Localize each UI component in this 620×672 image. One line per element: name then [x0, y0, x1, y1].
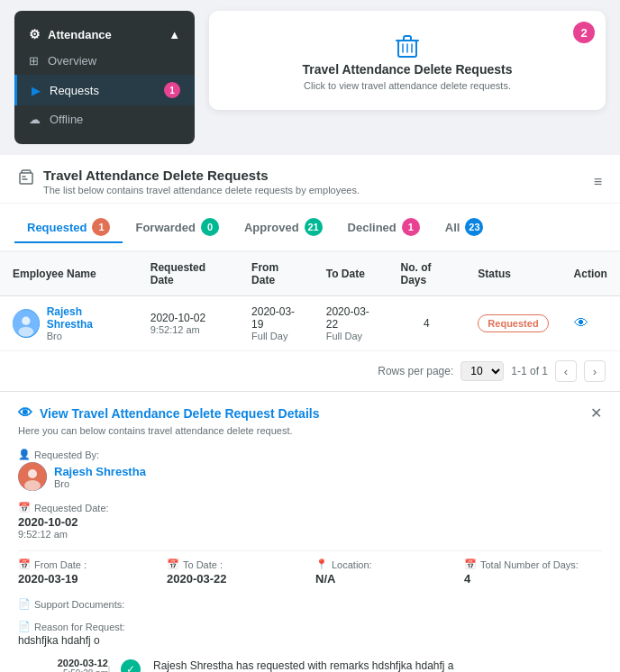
- to-date-label: 📅 To Date :: [167, 558, 305, 570]
- page-header: Travel Attendance Delete Requests The li…: [0, 155, 620, 204]
- col-from-date: From Date: [239, 252, 314, 296]
- requested-by-section: 👤 Requested By: Rajesh Shrestha Bro: [18, 449, 602, 491]
- close-button[interactable]: ✕: [590, 404, 602, 422]
- tab-badge-forwarded: 0: [201, 218, 219, 236]
- eye-icon: 👁: [18, 405, 32, 422]
- cal-icon2: 📅: [167, 558, 179, 570]
- tab-label: Forwarded: [135, 221, 195, 234]
- person-icon: 👤: [18, 449, 31, 460]
- nav-menu: ⚙ Attendance ▲ ⊞ Overview ▶ Requests 1 ☁…: [14, 11, 195, 144]
- trash-icon: [391, 30, 424, 62]
- attendance-icon: ⚙: [29, 27, 41, 41]
- calendar-icon2: 📅: [464, 558, 477, 570]
- cloud-icon: ☁: [29, 113, 41, 126]
- tab-forwarded[interactable]: Forwarded 0: [123, 213, 231, 243]
- widget-badge: 2: [573, 22, 595, 43]
- requests-badge: 1: [164, 82, 180, 98]
- from-date-label: 📅 From Date :: [18, 558, 156, 570]
- main-content: Travel Attendance Delete Requests The li…: [0, 155, 620, 672]
- support-docs-section: 📄 Support Documents:: [18, 598, 602, 610]
- support-label: 📄 Support Documents:: [18, 598, 602, 610]
- requester-name: Rajesh Shrestha: [54, 465, 146, 478]
- tab-label: Declined: [348, 221, 397, 234]
- from-date-value: 2020-03-19: [18, 572, 156, 586]
- employee-role: Bro: [47, 331, 125, 341]
- calendar-icon: 📅: [18, 502, 31, 513]
- req-date-value: 2020-10-02: [18, 515, 602, 529]
- arrow-icon: ▶: [32, 84, 41, 97]
- status-badge: Requested: [478, 314, 548, 332]
- rows-per-page-select[interactable]: 10 25 50: [460, 361, 504, 381]
- detail-panel: 👁 View Travel Attendance Delete Request …: [0, 391, 620, 672]
- rows-per-page-label: Rows per page:: [378, 365, 453, 377]
- col-action: Action: [561, 252, 620, 296]
- tab-all[interactable]: All 23: [433, 213, 497, 243]
- sidebar-item-label: Overview: [48, 54, 96, 68]
- location-section: 📍 Location: N/A: [315, 558, 453, 586]
- timeline-date-1: 2020-03-12: [27, 658, 108, 668]
- detail-title-text: View Travel Attendance Delete Request De…: [40, 406, 319, 421]
- total-days-label: 📅 Total Number of Days:: [464, 558, 602, 570]
- pagination-bar: Rows per page: 10 25 50 1-1 of 1 ‹ ›: [0, 351, 620, 391]
- avatar: [13, 309, 40, 338]
- sidebar-item-label: Requests: [50, 84, 99, 97]
- tab-declined[interactable]: Declined 1: [335, 213, 433, 243]
- prev-page-button[interactable]: ‹: [555, 360, 577, 382]
- col-status: Status: [465, 252, 561, 296]
- col-to-date: To Date: [314, 252, 388, 296]
- sidebar-item-label: Offline: [50, 113, 83, 126]
- timeline-text-1: Rajesh Shrestha has requested with remar…: [153, 658, 602, 672]
- col-employee: Employee Name: [0, 252, 138, 296]
- nav-menu-title: Attendance: [48, 28, 112, 41]
- requested-date-section: 📅 Requested Date: 2020-10-02 9:52:12 am: [18, 502, 602, 540]
- sidebar-item-overview[interactable]: ⊞ Overview: [14, 47, 195, 75]
- tab-requested[interactable]: Requested 1: [14, 213, 123, 243]
- doc-icon: 📄: [18, 598, 31, 610]
- svg-point-3: [22, 317, 30, 325]
- timeline-dot-1: ✓: [121, 659, 141, 672]
- days-value: 4: [424, 317, 430, 330]
- detail-subtitle: Here you can below contains travel atten…: [18, 425, 602, 436]
- from-type: Full Day: [251, 331, 301, 341]
- widget-card[interactable]: 2 Travel Attendance Delete Requests Clic…: [209, 11, 606, 110]
- employee-name: Rajesh Shrestha: [47, 305, 125, 331]
- to-date-value: 2020-03-22: [167, 572, 305, 586]
- to-date-section: 📅 To Date : 2020-03-22: [167, 558, 305, 586]
- svg-point-4: [18, 327, 33, 337]
- reason-value: hdshfjka hdahfj o: [18, 634, 602, 647]
- to-type: Full Day: [326, 331, 376, 341]
- location-label: 📍 Location:: [315, 558, 453, 570]
- requester-avatar: [18, 462, 47, 491]
- tab-approved[interactable]: Approved 21: [232, 213, 335, 243]
- sidebar-item-offline[interactable]: ☁ Offline: [14, 105, 195, 133]
- page-subtitle: The list below contains travel attendanc…: [43, 185, 360, 195]
- requester-role: Bro: [54, 478, 146, 489]
- total-days-section: 📅 Total Number of Days: 4: [464, 558, 602, 586]
- reason-icon: 📄: [18, 621, 31, 632]
- col-requested-date: Requested Date: [138, 252, 239, 296]
- chevron-up-icon: ▲: [169, 28, 180, 41]
- detail-grid: 📅 From Date : 2020-03-19 📅 To Date : 202…: [18, 558, 602, 586]
- requested-by-label: 👤 Requested By:: [18, 449, 602, 460]
- requested-date: 2020-10-02: [150, 312, 226, 324]
- pin-icon: 📍: [315, 558, 328, 570]
- page-header-icon: [18, 169, 34, 190]
- svg-point-7: [24, 480, 41, 491]
- days-cell: 4: [388, 296, 465, 351]
- cal-icon: 📅: [18, 558, 31, 570]
- tab-label: Approved: [244, 221, 299, 234]
- req-date-label: 📅 Requested Date:: [18, 502, 602, 513]
- tab-badge-all: 23: [465, 218, 483, 236]
- filter-icon[interactable]: ≡: [594, 174, 602, 190]
- next-page-button[interactable]: ›: [584, 360, 606, 382]
- tab-badge-approved: 21: [305, 218, 323, 236]
- tabs-bar: Requested 1 Forwarded 0 Approved 21 Decl…: [0, 204, 620, 252]
- from-date-section: 📅 From Date : 2020-03-19: [18, 558, 156, 586]
- table-row: Rajesh Shrestha Bro 2020-10-02 9:52:12 a…: [0, 296, 620, 351]
- timeline: 2020-03-12 5:59:28 pm ✓ Rajesh Shrestha …: [18, 658, 602, 672]
- timeline-item: 2020-03-12 5:59:28 pm ✓ Rajesh Shrestha …: [27, 658, 602, 672]
- detail-panel-title: 👁 View Travel Attendance Delete Request …: [18, 405, 319, 422]
- sidebar-item-requests[interactable]: ▶ Requests 1: [14, 75, 195, 105]
- tab-badge-requested: 1: [92, 218, 110, 236]
- view-button[interactable]: 👁: [574, 315, 588, 331]
